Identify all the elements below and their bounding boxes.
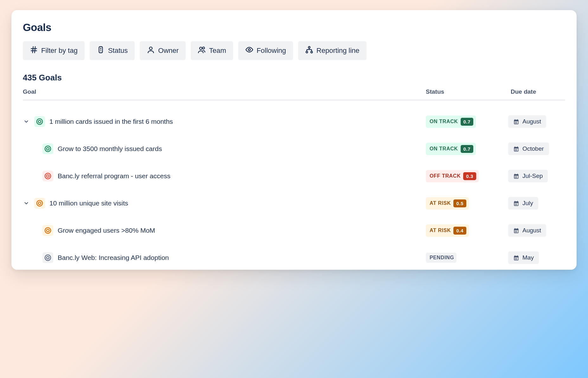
goal-row[interactable]: Banc.ly Web: Increasing API adoptionPEND…	[23, 244, 565, 270]
due-date-label: May	[522, 254, 534, 261]
status-score: 0.7	[461, 145, 474, 153]
due-date-chip[interactable]: August	[508, 224, 546, 237]
svg-point-18	[45, 173, 51, 179]
target-icon	[34, 198, 45, 209]
status-icon	[97, 46, 105, 56]
due-cell: August	[508, 224, 565, 237]
status-badge: ON TRACK0.7	[426, 116, 476, 128]
filter-team[interactable]: Team	[191, 41, 233, 60]
goal-title: Grow engaged users >80% MoM	[58, 227, 155, 234]
goal-title: 10 million unique site visits	[49, 199, 128, 207]
svg-line-3	[35, 47, 35, 53]
due-date-chip[interactable]: Jul-Sep	[508, 170, 548, 182]
goals-panel: Goals Filter by tagStatusOwnerTeamFollow…	[11, 10, 577, 270]
status-label: ON TRACK	[430, 146, 458, 152]
svg-point-16	[45, 146, 51, 152]
status-cell: AT RISK0.5	[426, 197, 502, 210]
status-badge: AT RISK0.4	[426, 224, 469, 237]
due-date-label: October	[522, 145, 544, 152]
filter-label: Following	[257, 47, 286, 55]
status-score: 0.4	[453, 227, 466, 235]
goal-row[interactable]: 10 million unique site visitsAT RISK0.5J…	[23, 190, 565, 217]
goal-row[interactable]: Grow to 3500 monthly issued cardsON TRAC…	[23, 135, 565, 162]
due-cell: October	[508, 142, 565, 155]
status-score: 0.7	[461, 118, 474, 126]
target-icon	[42, 171, 53, 181]
calendar-icon	[513, 200, 519, 206]
calendar-icon	[513, 146, 519, 152]
status-badge: PENDING	[426, 253, 457, 263]
due-date-label: July	[522, 200, 533, 207]
due-cell: July	[508, 197, 565, 210]
filter-following[interactable]: Following	[238, 41, 293, 60]
svg-point-21	[38, 202, 41, 205]
goal-title: Grow to 3500 monthly issued cards	[58, 145, 162, 153]
filter-tag[interactable]: Filter by tag	[23, 41, 85, 60]
filter-owner[interactable]: Owner	[140, 41, 186, 60]
svg-point-22	[45, 228, 51, 233]
filter-label: Owner	[158, 47, 179, 55]
due-date-chip[interactable]: October	[508, 142, 549, 155]
status-label: ON TRACK	[430, 119, 458, 124]
target-icon	[42, 143, 53, 154]
svg-point-8	[200, 47, 202, 50]
hash-icon	[30, 46, 38, 56]
due-date-chip[interactable]: August	[508, 115, 546, 128]
chevron-down-icon[interactable]	[23, 200, 30, 207]
sitemap-icon	[305, 46, 313, 56]
table-headers: Goal Status Due date	[23, 88, 565, 100]
goal-cell: Grow engaged users >80% MoM	[23, 225, 419, 236]
calendar-icon	[513, 119, 519, 125]
svg-point-7	[150, 47, 152, 50]
svg-point-10	[248, 49, 251, 51]
column-header-status: Status	[426, 88, 502, 95]
calendar-icon	[513, 173, 519, 179]
svg-point-19	[47, 175, 49, 177]
filter-reporting[interactable]: Reporting line	[298, 41, 367, 60]
status-label: PENDING	[430, 255, 454, 261]
filter-label: Reporting line	[316, 47, 360, 55]
svg-line-2	[33, 47, 33, 53]
due-date-label: August	[522, 227, 541, 234]
goal-row[interactable]: Banc.ly referral program - user accessOF…	[23, 162, 565, 190]
due-cell: Jul-Sep	[508, 170, 565, 182]
svg-point-23	[47, 229, 49, 232]
status-score: 0.5	[453, 199, 466, 207]
due-date-label: Jul-Sep	[522, 173, 543, 180]
status-label: AT RISK	[430, 200, 451, 206]
goal-row[interactable]: 1 million cards issued in the first 6 mo…	[23, 108, 565, 135]
target-icon	[34, 116, 45, 127]
status-badge: ON TRACK0.7	[426, 143, 476, 155]
filter-bar: Filter by tagStatusOwnerTeamFollowingRep…	[23, 41, 565, 60]
svg-point-6	[100, 51, 101, 51]
due-date-chip[interactable]: July	[508, 197, 538, 210]
status-cell: ON TRACK0.7	[426, 116, 502, 128]
goal-cell: Banc.ly referral program - user access	[23, 171, 419, 181]
status-label: AT RISK	[430, 228, 451, 233]
status-label: OFF TRACK	[430, 173, 461, 179]
svg-point-25	[47, 256, 49, 259]
goal-cell: 1 million cards issued in the first 6 mo…	[23, 116, 419, 127]
chevron-down-icon[interactable]	[23, 118, 30, 125]
user-icon	[147, 46, 155, 56]
filter-status[interactable]: Status	[90, 41, 135, 60]
filter-label: Team	[209, 47, 226, 55]
goal-row[interactable]: Grow engaged users >80% MoMAT RISK0.4Aug…	[23, 217, 565, 244]
column-header-goal: Goal	[23, 88, 419, 95]
goal-title: Banc.ly referral program - user access	[58, 172, 170, 180]
goal-cell: Banc.ly Web: Increasing API adoption	[23, 252, 419, 263]
due-date-label: August	[522, 118, 541, 125]
filter-label: Filter by tag	[41, 47, 78, 55]
due-date-chip[interactable]: May	[508, 251, 539, 264]
goal-title: Banc.ly Web: Increasing API adoption	[58, 254, 169, 261]
page-title: Goals	[23, 22, 565, 34]
calendar-icon	[513, 228, 519, 234]
status-score: 0.3	[463, 172, 476, 180]
target-icon	[42, 252, 53, 263]
svg-point-20	[37, 200, 42, 206]
status-cell: PENDING	[426, 253, 502, 263]
status-badge: AT RISK0.5	[426, 197, 469, 210]
goal-cell: Grow to 3500 monthly issued cards	[23, 143, 419, 154]
status-cell: AT RISK0.4	[426, 224, 502, 237]
due-cell: May	[508, 251, 565, 264]
